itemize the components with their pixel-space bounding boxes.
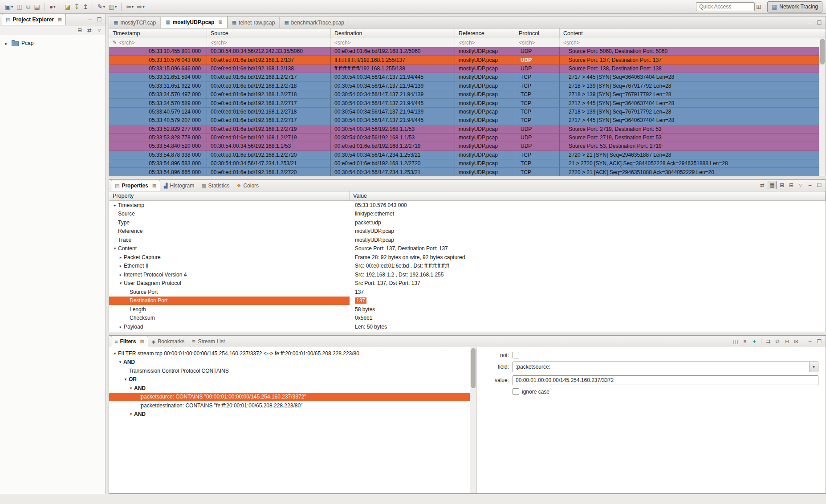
- property-row[interactable]: ▸Internet Protocol Version 4Src: 192.168…: [109, 270, 826, 279]
- forward-button[interactable]: ⇨▾: [136, 1, 146, 12]
- column-filter-cell[interactable]: <srch>: [455, 38, 515, 47]
- property-row[interactable]: ▸Timestamp05:33:10.576 043 000: [109, 201, 826, 210]
- view-tab-filters[interactable]: ≡Filters⊠: [111, 336, 148, 347]
- minimize-view-button[interactable]: –: [806, 337, 814, 345]
- filter-tree-row[interactable]: ▾AND: [109, 410, 470, 419]
- packet-row[interactable]: 05:33:10.455 801 00000:30:54:00:34:56/21…: [109, 47, 819, 56]
- collapse-all-button[interactable]: ⊟: [787, 181, 795, 189]
- tab-project-explorer[interactable]: ▤ Project Explorer ⊠: [2, 14, 66, 25]
- column-filter-cell[interactable]: <srch>: [560, 38, 819, 47]
- property-row[interactable]: ▾User Datagram ProtocolSrc Port: 137, Ds…: [109, 279, 826, 288]
- quick-access-input[interactable]: [696, 2, 755, 11]
- expander-icon[interactable]: ▸: [112, 203, 118, 207]
- property-row[interactable]: Length58 bytes: [109, 305, 826, 314]
- packet-row[interactable]: 05:33:31.651 594 00000:e0:ed:01:6e:bd/19…: [109, 73, 819, 81]
- filter-tree-row[interactable]: ▾OR: [109, 375, 470, 384]
- property-row[interactable]: Sourcelinktype:ethernet: [109, 210, 826, 219]
- maximize-editor-button[interactable]: ☐: [815, 19, 823, 26]
- save-all-button[interactable]: ⧉: [24, 1, 32, 12]
- save-button[interactable]: ◫: [15, 1, 24, 12]
- link-with-editor-button[interactable]: ⇄: [85, 27, 94, 34]
- property-row[interactable]: Source Port137: [109, 288, 826, 297]
- expander-icon[interactable]: ▾: [118, 281, 124, 285]
- packet-row[interactable]: 05:33:54.840 520 00000:30:54:00:34:56/19…: [109, 142, 819, 150]
- column-header[interactable]: Content: [560, 28, 819, 38]
- property-row[interactable]: ReferencemostlyUDP.pcap: [109, 227, 826, 236]
- packet-row[interactable]: 05:33:40.579 207 00000:e0:ed:01:6e:bd/19…: [109, 116, 819, 125]
- expander-icon[interactable]: ▸: [118, 255, 124, 260]
- editor-tab[interactable]: ▦benchmarkTrace.pcap: [280, 17, 349, 28]
- expander-icon[interactable]: ▾: [128, 412, 134, 416]
- back-button[interactable]: ⇦▾: [125, 1, 135, 12]
- network-tracing-perspective-button[interactable]: ▦ Network Tracing: [767, 1, 822, 12]
- link-with-editor-button[interactable]: ⇄: [758, 181, 766, 189]
- view-tab-statistics[interactable]: ▦Statistics: [198, 180, 233, 191]
- scrollbar-thumb[interactable]: [471, 348, 476, 388]
- close-icon[interactable]: ⊠: [58, 17, 62, 23]
- view-menu-button[interactable]: ▽: [95, 27, 103, 34]
- packet-row[interactable]: 05:33:34.570 497 00000:e0:ed:01:6e:bd/19…: [109, 90, 819, 99]
- packet-row[interactable]: 05:33:54.878 338 00000:e0:ed:01:6e:bd/19…: [109, 151, 819, 159]
- copy-filter-button[interactable]: ⧉: [773, 337, 781, 345]
- expander-icon[interactable]: ▸: [4, 41, 9, 46]
- delete-filter-button[interactable]: ×: [741, 337, 749, 345]
- filter-tree-row[interactable]: :packetdestination: CONTAINS "fe:ff:20:0…: [109, 401, 470, 410]
- property-row[interactable]: ▸Ethernet IISrc: 00:e0:ed:01:6e:bd , Dst…: [109, 262, 826, 271]
- save-filter-button[interactable]: ◫: [732, 337, 740, 345]
- view-tab-bookmarks[interactable]: ◈Bookmarks: [148, 336, 188, 347]
- packet-row[interactable]: 05:33:34.570 589 00000:e0:ed:01:6e:bd/19…: [109, 99, 819, 107]
- print-button[interactable]: ▤: [33, 1, 41, 12]
- expander-icon[interactable]: ▾: [117, 360, 123, 364]
- property-row[interactable]: TracemostlyUDP.pcap: [109, 236, 826, 244]
- filter-tree-row[interactable]: ▾FILTER stream tcp 00:00:01:00:00:00/145…: [109, 349, 470, 358]
- export-button[interactable]: ↥: [81, 1, 90, 12]
- apply-filter-button[interactable]: ⇉: [764, 337, 772, 345]
- view-tab-properties[interactable]: ▤Properties⊠: [111, 180, 160, 191]
- column-filter-cell[interactable]: <srch>: [331, 38, 455, 47]
- expander-icon[interactable]: ▸: [118, 264, 124, 268]
- editor-tab[interactable]: ▦telnet-raw.pcap: [228, 17, 280, 28]
- minimize-editor-button[interactable]: –: [806, 19, 814, 26]
- view-menu-button[interactable]: ▽: [797, 181, 805, 189]
- tree-item-pcap[interactable]: ▸ Pcap: [0, 39, 106, 48]
- editor-tab[interactable]: ▦mostlyTCP.cap: [109, 17, 161, 28]
- paste-filter-button[interactable]: ⊞: [783, 337, 791, 345]
- property-row[interactable]: Checksum0x5bb1: [109, 314, 826, 323]
- packet-row[interactable]: 05:33:53.828 778 00000:e0:ed:01:6e:bd/19…: [109, 134, 819, 142]
- value-column-header[interactable]: Value: [350, 191, 826, 200]
- column-filter-cell[interactable]: ✎<srch>: [109, 38, 207, 47]
- filter-tree-row[interactable]: ▾AND: [109, 384, 470, 393]
- maximize-view-button[interactable]: ☐: [815, 337, 823, 345]
- packet-row[interactable]: 05:33:31.651 922 00000:e0:ed:01:6e:bd/19…: [109, 82, 819, 90]
- packet-row[interactable]: 05:33:54.896 665 00000:e0:ed:01:6e:bd/19…: [109, 168, 819, 176]
- column-filter-cell[interactable]: <srch>: [207, 38, 331, 47]
- field-dropdown[interactable]: :packetsource: ▾: [513, 362, 818, 372]
- property-row[interactable]: ▸PayloadLen: 50 bytes: [109, 322, 826, 331]
- filter-tree-row[interactable]: :packetsource: CONTAINS "00:00:01:00:00:…: [109, 393, 470, 402]
- filter-tree-scrollbar[interactable]: [470, 347, 477, 493]
- vertical-scrollbar[interactable]: [819, 38, 826, 176]
- view-tab-colors[interactable]: ❖Colors: [233, 180, 263, 191]
- maximize-view-button[interactable]: ☐: [95, 16, 103, 23]
- ignore-case-checkbox[interactable]: [513, 388, 519, 395]
- filter-tree-row[interactable]: Transmission Control Protocol CONTAINS: [109, 366, 470, 375]
- expander-icon[interactable]: ▾: [122, 377, 129, 382]
- tree-mode-button[interactable]: ▦: [768, 181, 777, 189]
- column-header[interactable]: Destination: [331, 28, 455, 38]
- property-row[interactable]: Typepacket:udp: [109, 218, 826, 227]
- column-header[interactable]: Reference: [455, 28, 515, 38]
- packet-row[interactable]: 05:33:15.096 646 00000:e0:ed:01:6e:bd/19…: [109, 65, 819, 73]
- open-trace-button[interactable]: ◪: [63, 1, 72, 12]
- expander-icon[interactable]: ▸: [118, 272, 124, 277]
- property-row[interactable]: ▸Packet CaptureFrame 28: 92 bytes on wir…: [109, 253, 826, 262]
- minimize-view-button[interactable]: –: [806, 181, 814, 189]
- expand-all-button[interactable]: ⊞: [778, 181, 786, 189]
- packet-row[interactable]: 05:33:10.576 043 00000:e0:ed:01:6e:bd/19…: [109, 56, 819, 64]
- add-filter-button[interactable]: +: [750, 337, 758, 345]
- column-header[interactable]: Source: [207, 28, 331, 38]
- close-icon[interactable]: ⊠: [140, 339, 144, 345]
- expander-icon[interactable]: ▾: [128, 386, 134, 390]
- expander-icon[interactable]: ▾: [112, 246, 118, 251]
- packet-row[interactable]: 05:33:54.896 583 00000:30:54:00:34:56/14…: [109, 159, 819, 168]
- not-checkbox[interactable]: [513, 352, 519, 358]
